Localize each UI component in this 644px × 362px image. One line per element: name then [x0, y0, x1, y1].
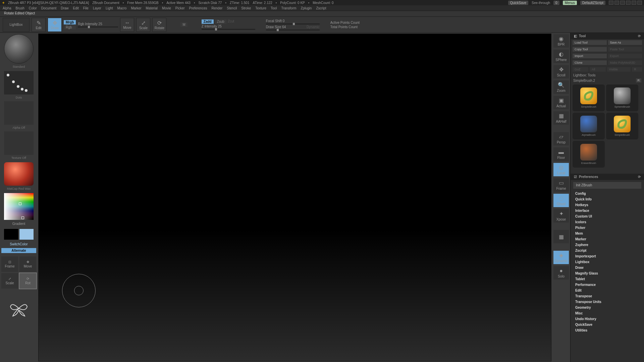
draw-button[interactable]: ✥Draw — [48, 18, 62, 32]
menus-toggle[interactable]: Menus — [563, 1, 577, 5]
menu-item-texture[interactable]: Texture — [254, 6, 268, 10]
canvas-viewport[interactable] — [38, 34, 551, 361]
tool-thumb-spherebrush[interactable]: SphereBrush — [606, 84, 638, 111]
material-thumbnail[interactable] — [4, 162, 34, 186]
mrgb-toggle[interactable]: Mrgb — [64, 20, 76, 24]
prefs-category-picker[interactable]: Picker — [571, 225, 644, 231]
menu-item-macro[interactable]: Macro — [116, 6, 128, 10]
prefs-category-config[interactable]: Config — [571, 191, 644, 196]
prefs-category-draw[interactable]: Draw — [571, 265, 644, 270]
actual-button[interactable]: ▣Actual — [553, 96, 569, 109]
minimize-icon[interactable] — [626, 1, 631, 5]
prefs-category-geometry[interactable]: Geometry — [571, 305, 644, 310]
menu-item-stencil[interactable]: Stencil — [225, 6, 238, 10]
load-tool-button[interactable]: Load Tool — [573, 40, 607, 45]
frame-button[interactable]: ▭Frame — [553, 178, 569, 192]
preferences-panel-header[interactable]: ☑ Preferences ⟳ — [571, 174, 644, 180]
lightbox-button[interactable]: LightBox — [3, 18, 30, 32]
rotate-button[interactable]: ⟳Rotate — [152, 18, 166, 32]
rgb-intensity-slider[interactable]: Rgb Intensity 25 — [78, 22, 118, 27]
tool-thumb-simplebrush[interactable]: SimpleBrush — [573, 84, 605, 111]
window-icon[interactable] — [632, 1, 636, 5]
expand-icon[interactable] — [609, 1, 613, 5]
m-toggle[interactable]: M — [180, 22, 187, 27]
prefs-category-transpose-units[interactable]: Transpose Units — [571, 299, 644, 305]
prefs-category-mem[interactable]: Mem — [571, 231, 644, 236]
prefs-category-lightbox[interactable]: Lightbox — [571, 259, 644, 265]
import-button[interactable]: Import — [573, 54, 607, 58]
tool-panel-header[interactable]: ◧Tool⟳ — [571, 33, 644, 39]
menu-item-render[interactable]: Render — [210, 6, 224, 10]
goz-button[interactable]: GoZ — [573, 67, 588, 72]
scroll-button[interactable]: ✥Scroll — [553, 65, 569, 78]
clone-button[interactable]: Clone — [573, 60, 607, 65]
menu-item-layer[interactable]: Layer — [92, 6, 103, 10]
menu-item-color[interactable]: Color — [28, 6, 38, 10]
menu-item-document[interactable]: Document — [40, 6, 58, 10]
color-picker[interactable] — [4, 193, 34, 220]
zcut-toggle[interactable]: Zcut — [228, 19, 234, 24]
menu-item-zscript[interactable]: Zscript — [315, 6, 327, 10]
prefs-category-quicksave[interactable]: QuickSave — [571, 322, 644, 327]
frame-nav-button[interactable]: ⊡Frame — [1, 256, 18, 272]
menu-item-tool[interactable]: Tool — [269, 6, 278, 10]
z-intensity-slider[interactable]: Z Intensity 25 — [202, 24, 255, 30]
help-icon[interactable] — [620, 1, 625, 5]
prefs-category-misc[interactable]: Misc — [571, 310, 644, 316]
ghost-button[interactable]: ◌Ghost — [553, 194, 569, 207]
prefs-category-magnify-glass[interactable]: Magnify Glass — [571, 270, 644, 276]
tool-thumb-alphabrush[interactable]: AlphaBrush — [573, 113, 605, 139]
focal-shift-slider[interactable]: Focal Shift 0 — [266, 19, 320, 24]
prefs-category-icolors[interactable]: Icolors — [571, 219, 644, 225]
menu-item-file[interactable]: File — [82, 6, 90, 10]
stroke-thumbnail[interactable] — [4, 71, 34, 95]
rotate-nav-button[interactable]: ⟳Rot — [19, 273, 36, 289]
scale-button[interactable]: ⤢Scale — [136, 18, 150, 32]
primary-color-swatch[interactable] — [19, 229, 34, 240]
menu-item-stroke[interactable]: Stroke — [240, 6, 252, 10]
tool-thumb-eraserbrush[interactable]: EraserBrush — [573, 141, 605, 168]
init-zbrush-button[interactable]: Init ZBrush — [573, 182, 641, 189]
persp-button[interactable]: ▱Persp — [553, 132, 569, 145]
tool-thumb-simplebrush[interactable]: SimpleBrush — [606, 113, 638, 139]
goz-visible-button[interactable]: Visible — [607, 67, 631, 72]
alternate-button[interactable]: Alternate — [1, 248, 36, 253]
prefs-category-interface[interactable]: Interface — [571, 208, 644, 214]
copy-tool-button[interactable]: Copy Tool — [573, 47, 607, 52]
dynamic-button[interactable]: ◈Dynamic — [553, 251, 569, 264]
pin-icon[interactable] — [614, 1, 619, 5]
prefs-category-performance[interactable]: Performance — [571, 282, 644, 288]
prefs-category-custom-ui[interactable]: Custom UI — [571, 214, 644, 219]
refresh-icon[interactable]: ⟳ — [638, 175, 641, 179]
local-button[interactable]: ◎Local — [553, 163, 569, 176]
menu-item-transform[interactable]: Transform — [280, 6, 298, 10]
prefs-category-utilities[interactable]: Utilities — [571, 327, 644, 333]
paste-tool-button[interactable]: Paste Tool — [608, 47, 642, 52]
prefs-category-tablet[interactable]: Tablet — [571, 276, 644, 282]
rgb-toggle[interactable]: Rgb — [64, 25, 76, 29]
xpose-button[interactable]: ✦Xpose — [553, 209, 569, 223]
gradient-label[interactable]: Gradient — [1, 221, 36, 226]
menu-item-draw[interactable]: Draw — [59, 6, 70, 10]
edit-button[interactable]: ✎Edit — [32, 18, 46, 32]
alpha-thumbnail[interactable] — [4, 101, 34, 125]
menu-item-preferences[interactable]: Preferences — [188, 6, 209, 10]
move-button[interactable]: ↔Move — [120, 18, 134, 32]
switchcolor-button[interactable]: SwitchColor — [1, 242, 36, 247]
menu-item-marker[interactable]: Marker — [129, 6, 143, 10]
see-through-value[interactable]: 0 — [553, 1, 559, 5]
menu-item-edit[interactable]: Edit — [72, 6, 80, 10]
bpr-button[interactable]: ◉BPR — [553, 34, 569, 48]
export-button[interactable]: Export — [608, 54, 642, 58]
secondary-color-swatch[interactable] — [4, 229, 18, 240]
make-polymesh-button[interactable]: Make PolyMesh3D — [608, 60, 642, 65]
prefs-category-quick-info[interactable]: Quick Info — [571, 196, 644, 202]
scale-nav-button[interactable]: ⤢Scale — [1, 273, 18, 289]
save-as-button[interactable]: Save As — [608, 40, 642, 45]
menu-item-movie[interactable]: Movie — [161, 6, 172, 10]
menu-item-light[interactable]: Light — [104, 6, 114, 10]
goz-all-button[interactable]: All — [590, 67, 605, 72]
tool-r-button[interactable]: R — [636, 78, 642, 82]
draw-size-slider[interactable]: Draw Size 64Dynamic — [266, 25, 320, 31]
solo-button[interactable]: ●Solo — [553, 266, 569, 280]
